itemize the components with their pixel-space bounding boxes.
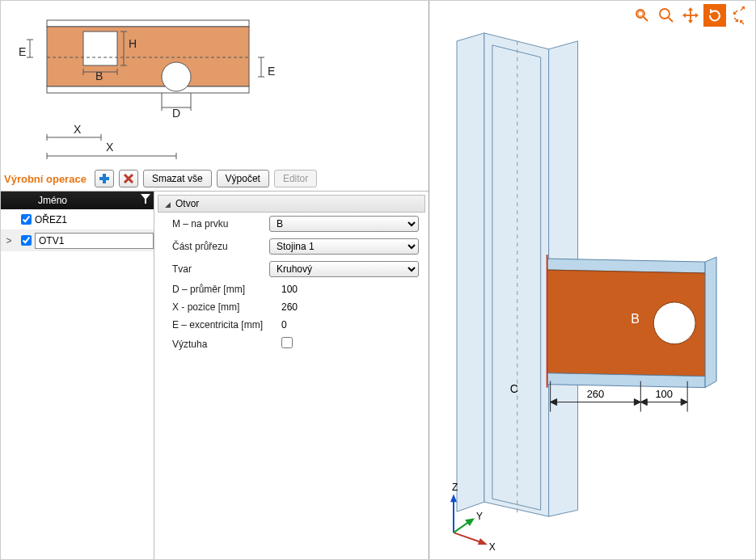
svg-rect-33 [638, 11, 643, 16]
label-d: D [172, 107, 180, 120]
axis-y: Y [476, 511, 483, 522]
property-label: Část průřezu [172, 241, 269, 252]
collapse-icon [165, 198, 171, 209]
row-checkbox[interactable] [17, 235, 35, 246]
row-name[interactable] [35, 233, 154, 249]
zoom-fit-button[interactable] [631, 4, 653, 27]
svg-line-74 [454, 533, 481, 542]
svg-line-36 [669, 18, 673, 22]
name-column-header: Jméno [38, 195, 67, 206]
property-label: D – průměr [mm] [172, 284, 281, 295]
operations-list: Jméno OŘEZ1> [1, 192, 154, 559]
svg-rect-0 [47, 20, 249, 27]
property-label: Tvar [172, 263, 269, 275]
row-indicator: > [1, 235, 17, 246]
property-group-header[interactable]: Otvor [158, 195, 425, 213]
section-title: Výrobní operace [4, 173, 87, 185]
operation-row[interactable]: OŘEZ1 [1, 209, 154, 230]
label-x2: X [106, 141, 114, 154]
svg-marker-73 [450, 494, 457, 502]
delete-all-button[interactable]: Smazat vše [143, 170, 212, 187]
property-label: Výztuha [172, 339, 281, 350]
label-e-right: E [268, 65, 275, 78]
property-select[interactable]: B [269, 216, 419, 232]
property-row: TvarKruhový [158, 258, 425, 280]
property-panel: Otvor M – na prvkuBČást průřezuStojina 1… [154, 192, 429, 559]
svg-point-35 [660, 9, 669, 19]
plus-icon [99, 173, 110, 184]
operations-toolbar: Výrobní operace Smazat vše Výpočet Edito… [1, 166, 429, 191]
property-value[interactable]: 100 [281, 284, 298, 295]
property-row: Část průřezuStojina 1 [158, 235, 425, 258]
svg-marker-39 [688, 7, 693, 11]
operation-row[interactable]: > [1, 230, 154, 251]
svg-rect-2 [47, 86, 249, 93]
svg-rect-3 [83, 32, 117, 65]
svg-rect-28 [99, 177, 109, 180]
row-name[interactable]: OŘEZ1 [35, 214, 154, 225]
pan-button[interactable] [679, 4, 702, 27]
svg-marker-68 [634, 399, 640, 406]
expand-view-button[interactable] [728, 5, 750, 15]
dim-100: 100 [655, 388, 673, 400]
zoom-button[interactable] [655, 4, 678, 27]
viewport-3d[interactable]: B C 260 100 Z Y X [429, 1, 755, 559]
property-select[interactable]: Stojina 1 [269, 238, 419, 255]
cross-icon [123, 173, 134, 184]
view-toolbar [631, 4, 750, 27]
label-c-3d: C [510, 382, 518, 395]
property-row: D – průměr [mm]100 [158, 280, 425, 298]
zoom-fit-icon [634, 7, 650, 23]
property-row: Výztuha [158, 334, 425, 354]
property-value[interactable]: 0 [281, 319, 287, 331]
move-icon [682, 7, 699, 23]
group-title: Otvor [175, 198, 199, 209]
svg-marker-31 [141, 194, 150, 204]
label-b-3d: B [631, 312, 640, 326]
svg-marker-40 [688, 20, 693, 23]
axis-z: Z [452, 482, 458, 493]
svg-marker-52 [457, 33, 484, 512]
property-row: E – excentricita [mm]0 [158, 316, 425, 334]
svg-point-4 [162, 62, 191, 91]
svg-marker-41 [682, 13, 686, 18]
svg-line-34 [644, 17, 648, 21]
property-checkbox[interactable] [281, 337, 293, 348]
expand-icon [733, 6, 745, 15]
svg-marker-60 [705, 257, 716, 388]
scene-3d: B C 260 100 Z Y X [429, 1, 755, 559]
svg-marker-43 [710, 9, 714, 14]
row-checkbox[interactable] [17, 214, 35, 225]
editor-button[interactable]: Editor [274, 170, 317, 187]
magnifier-icon [658, 7, 674, 23]
calculate-button[interactable]: Výpočet [217, 170, 269, 187]
collapse-view-button[interactable] [728, 15, 750, 26]
property-label: E – excentricita [mm] [172, 319, 281, 331]
label-x1: X [74, 123, 82, 136]
label-h: H [129, 37, 137, 50]
schematic-diagram: H B E E D X X [1, 1, 429, 166]
add-button[interactable] [95, 170, 114, 187]
property-row: M – na prvkuB [158, 213, 425, 235]
list-header: Jméno [1, 192, 154, 209]
property-label: X - pozice [mm] [172, 301, 281, 313]
rotate-button[interactable] [703, 4, 726, 27]
axis-x: X [489, 541, 496, 553]
svg-marker-75 [478, 538, 488, 545]
filter-icon[interactable] [141, 194, 150, 206]
property-select[interactable]: Kruhový [269, 261, 419, 277]
svg-point-62 [653, 302, 695, 344]
svg-marker-70 [640, 399, 647, 406]
rotate-icon [707, 7, 723, 23]
svg-marker-71 [681, 399, 687, 406]
svg-marker-55 [492, 45, 541, 510]
svg-marker-42 [695, 13, 699, 18]
property-value[interactable]: 260 [281, 301, 298, 313]
left-panel: H B E E D X X [1, 1, 429, 559]
svg-line-76 [454, 521, 470, 533]
svg-rect-1 [47, 27, 249, 86]
remove-button[interactable] [119, 170, 138, 187]
svg-marker-77 [465, 518, 475, 526]
property-label: M – na prvku [172, 218, 269, 229]
label-b: B [95, 69, 103, 82]
